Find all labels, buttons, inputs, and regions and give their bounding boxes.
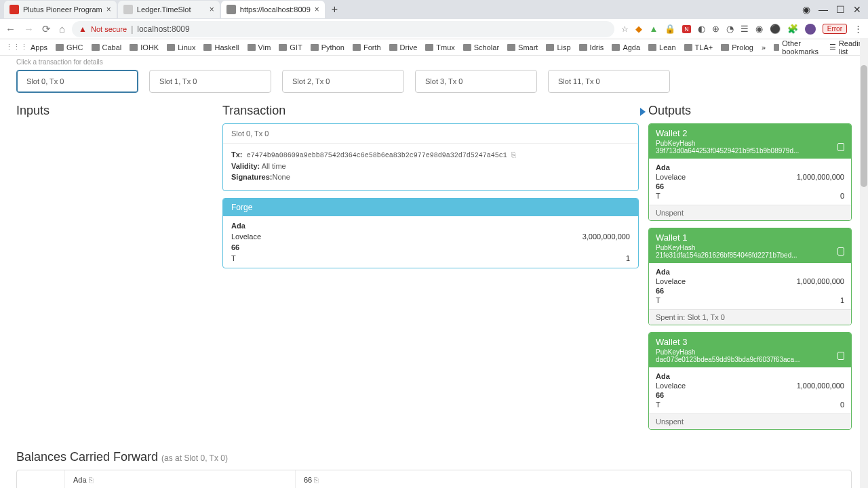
browser-tab[interactable]: Plutus Pioneer Program × [4, 1, 117, 18]
clipboard-icon[interactable]: ⎘ [314, 476, 319, 484]
back-icon[interactable]: ← [5, 23, 16, 35]
forge-key: Lovelace [231, 232, 261, 241]
page-content: Click a transaction for details Slot 0, … [0, 56, 868, 488]
extension-icon[interactable]: ⊕ [712, 24, 719, 34]
clipboard-icon[interactable]: ⎘ [89, 476, 94, 484]
bookmark-item[interactable]: Smart [507, 43, 538, 52]
bookmark-item[interactable]: Agda [612, 43, 640, 52]
vertical-scrollbar[interactable] [860, 38, 868, 488]
browser-tab[interactable]: Ledger.TimeSlot × [118, 1, 220, 18]
bookmark-item[interactable]: Vim [248, 43, 271, 52]
validity-value: All time [260, 162, 286, 170]
inputs-section: Inputs [16, 104, 213, 436]
clipboard-icon[interactable] [837, 352, 844, 360]
bookmark-item[interactable]: Lisp [546, 43, 570, 52]
slot-card[interactable]: Slot 2, Tx 0 [282, 70, 404, 93]
col-ada: Ada [73, 476, 87, 484]
bookmark-item[interactable]: Scholar [463, 43, 499, 52]
bookmark-item[interactable]: Python [311, 43, 344, 52]
bookmark-item[interactable]: Linux [167, 43, 195, 52]
tab-close-icon[interactable]: × [210, 5, 214, 14]
bookmark-item[interactable]: GHC [56, 43, 83, 52]
forge-key: 66 [231, 243, 239, 251]
not-secure-label: Not secure [91, 25, 127, 33]
clipboard-icon[interactable]: ⎘ [511, 150, 516, 159]
bookmark-item[interactable]: Forth [353, 43, 381, 52]
menu-icon[interactable]: ⋮ [854, 24, 863, 34]
slot-card[interactable]: Slot 0, Tx 0 [16, 70, 138, 93]
other-bookmarks[interactable]: Other bookmarks [774, 39, 821, 56]
account-icon[interactable]: ◉ [802, 4, 810, 15]
balances-subheading: (as at Slot 0, Tx 0) [161, 453, 228, 463]
wallet-output-card: Wallet 1 PubKeyHash 21fe31dfa154a261626b… [648, 228, 852, 325]
slot-selector: Slot 0, Tx 0 Slot 1, Tx 0 Slot 2, Tx 0 S… [16, 70, 852, 93]
token-unit: Lovelace [656, 173, 686, 181]
url-text: localhost:8009 [137, 24, 189, 34]
wallet-output-card: Wallet 2 PubKeyHash 39f713d0a644253f0452… [648, 123, 852, 221]
folder-icon [311, 44, 319, 51]
tx-hash-row: Tx: e7474b9a08609a9ebb87542d364c6e58b6ea… [231, 150, 630, 159]
star-icon[interactable]: ☆ [621, 24, 629, 34]
bookmark-item[interactable]: TLA+ [684, 43, 713, 52]
bookmark-item[interactable]: GIT [279, 43, 302, 52]
browser-tab-active[interactable]: https://localhost:8009 × [221, 1, 325, 18]
folder-icon [56, 44, 64, 51]
token-unit: T [656, 401, 660, 409]
extension-icon[interactable]: ▲ [649, 24, 658, 34]
slot-card[interactable]: Slot 11, Tx 0 [548, 70, 670, 93]
bookmark-item[interactable]: Prolog [721, 43, 753, 52]
slot-label: Slot 3, Tx 0 [425, 77, 462, 85]
bookmark-item[interactable]: Lean [648, 43, 675, 52]
token-value: 0 [840, 192, 844, 200]
home-icon[interactable]: ⌂ [59, 23, 65, 35]
bookmark-item[interactable]: IOHK [130, 43, 159, 52]
scroll-thumb[interactable] [861, 65, 867, 187]
minimize-icon[interactable]: — [818, 4, 828, 15]
url-input[interactable]: ▲ Not secure | localhost:8009 [72, 21, 614, 37]
bookmark-item[interactable]: Tmux [425, 43, 455, 52]
tx-hash: e7474b9a08609a9ebb87542d364c6e58b6ea83b2… [247, 152, 507, 159]
token-value: 0 [840, 401, 844, 409]
extension-icon[interactable]: ◉ [755, 24, 763, 34]
inputs-heading: Inputs [16, 104, 213, 118]
tab-close-icon[interactable]: × [315, 5, 319, 14]
bookmark-item[interactable]: Cabal [92, 43, 122, 52]
clipboard-icon[interactable] [837, 247, 844, 256]
clipboard-icon[interactable] [837, 143, 844, 151]
extension-icon[interactable]: 🔒 [665, 24, 675, 34]
browser-chrome: Plutus Pioneer Program × Ledger.TimeSlot… [0, 0, 868, 56]
forge-value: 3,000,000,000 [583, 232, 630, 241]
extension-icon[interactable]: ◔ [726, 24, 734, 34]
extension-icon[interactable]: N [682, 25, 691, 33]
extension-icon[interactable]: ⚫ [770, 24, 781, 34]
avatar-icon[interactable] [805, 24, 816, 35]
bookmark-item[interactable]: Haskell [203, 43, 239, 52]
extension-icon[interactable]: ◆ [635, 24, 642, 34]
tab-label: https://localhost:8009 [240, 5, 311, 14]
apps-button[interactable]: ⋮⋮⋮Apps [5, 43, 47, 52]
bookmark-item[interactable]: Idris [579, 43, 604, 52]
token-name: Ada [656, 163, 670, 171]
slot-card[interactable]: Slot 1, Tx 0 [149, 70, 271, 93]
extension-icon[interactable]: ◐ [698, 24, 705, 34]
extensions-menu-icon[interactable]: 🧩 [787, 24, 798, 34]
wallet-hash: PubKeyHash dac073e0123bdea59dd9b3bda9cf6… [656, 348, 837, 363]
folder-icon [774, 44, 779, 51]
maximize-icon[interactable]: ☐ [836, 4, 845, 15]
close-icon[interactable]: ✕ [853, 4, 861, 15]
tab-close-icon[interactable]: × [106, 5, 111, 14]
folder-icon [92, 44, 100, 51]
forward-icon[interactable]: → [24, 23, 34, 35]
error-badge[interactable]: Error [823, 24, 847, 34]
outputs-section: Outputs Wallet 2 PubKeyHash 39f713d0a644… [648, 104, 852, 436]
slot-card[interactable]: Slot 3, Tx 0 [415, 70, 537, 93]
folder-icon [612, 44, 620, 51]
bookmark-item[interactable]: Drive [389, 43, 418, 52]
new-tab-button[interactable]: + [326, 2, 343, 17]
favicon-icon [123, 5, 133, 14]
reload-icon[interactable]: ⟳ [42, 23, 51, 35]
bookmark-overflow-icon[interactable]: » [762, 43, 766, 52]
folder-icon [546, 44, 554, 51]
token-name: Ada [656, 268, 670, 276]
extension-icon[interactable]: ☰ [741, 24, 749, 34]
